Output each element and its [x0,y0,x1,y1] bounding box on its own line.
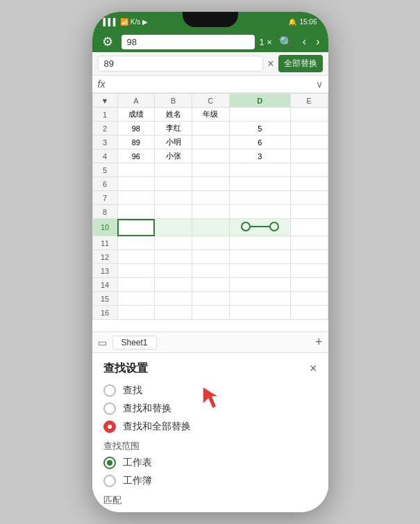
data-label: K/s [131,18,140,26]
cell-C10[interactable] [192,219,229,236]
col-header-B[interactable]: B [155,94,192,108]
cell-C8[interactable] [192,205,229,219]
video-icon: ▶ [142,18,148,26]
cell-A4[interactable]: 96 [117,149,155,163]
cell-C6[interactable] [192,177,229,191]
col-header-C[interactable]: C [192,94,229,108]
cell-D2[interactable]: 5 [229,122,290,136]
row-header-7: 7 [92,191,117,205]
sheet-tab-bar: ▭ Sheet1 + [92,331,328,352]
replace-close-icon[interactable]: × [267,58,274,70]
search-mode-find[interactable]: 查找 [103,384,317,397]
cell-E2[interactable] [290,122,328,136]
cell-E3[interactable] [290,136,328,149]
row-header-4: 4 [92,149,117,163]
cell-D4[interactable]: 3 [229,149,290,163]
search-mode-group: 查找 查找和替换 查找和全部替换 [103,384,317,433]
formula-expand-icon[interactable]: ∨ [316,79,323,90]
add-sheet-button[interactable]: + [315,335,323,350]
row-header-6: 6 [92,177,117,191]
row-header-3: 3 [92,136,117,149]
cell-B8[interactable] [155,205,192,219]
cell-E5[interactable] [290,163,328,177]
col-header-D[interactable]: D [229,94,290,108]
cell-E10[interactable] [290,219,328,236]
cell-A3[interactable]: 89 [117,136,155,149]
cell-B2[interactable]: 李红 [155,122,192,136]
cell-E7[interactable] [290,191,328,205]
panel-title: 查找设置 [103,361,148,376]
sheet-tab-sheet1[interactable]: Sheet1 [112,336,157,350]
table-row: 5 [92,163,328,177]
cell-D7[interactable] [229,191,290,205]
scope-workbook-label: 工作簿 [123,475,152,487]
search-settings-panel: 查找设置 × 查找 查找和替换 查找和全部替换 查找范围 [92,352,328,512]
cell-D5[interactable] [229,163,290,177]
search-icon[interactable]: 🔍 [276,35,296,49]
cell-B3[interactable]: 小明 [155,136,192,149]
app-content: ⚙ 98 1 × 🔍 ‹ › 89 × 全部替换 fx ∨ ▼ A [92,31,328,512]
cell-C7[interactable] [192,191,229,205]
scope-worksheet-label: 工作表 [123,457,152,469]
cell-C5[interactable] [192,163,229,177]
cell-A10[interactable] [117,219,155,236]
cell-B4[interactable]: 小张 [155,149,192,163]
scope-section-label: 查找范围 [103,440,317,452]
cell-D1[interactable] [229,108,290,122]
cell-B6[interactable] [155,177,192,191]
cell-C2[interactable] [192,122,229,136]
cell-D10[interactable] [229,219,290,236]
prev-icon[interactable]: ‹ [300,35,309,48]
cell-E4[interactable] [290,149,328,163]
cell-D3[interactable]: 6 [229,136,290,149]
replace-input[interactable]: 89 [98,56,264,72]
cell-A7[interactable] [117,191,155,205]
col-header-A[interactable]: A [117,94,155,108]
cell-E1[interactable] [290,108,328,122]
cell-C4[interactable] [192,149,229,163]
table-row: 14 [92,278,328,292]
table-row: 15 [92,292,328,306]
cell-C1[interactable]: 年级 [192,108,229,122]
cell-B5[interactable] [155,163,192,177]
row-header-11: 11 [92,236,117,250]
table-row: 2 98 李红 5 [92,122,328,136]
table-row: 13 [92,264,328,278]
row-header-8: 8 [92,205,117,219]
row-header-16: 16 [92,306,117,320]
cell-E6[interactable] [290,177,328,191]
next-icon[interactable]: › [313,35,322,48]
svg-point-2 [270,222,278,231]
svg-point-0 [242,222,250,231]
cell-A5[interactable] [117,163,155,177]
panel-close-button[interactable]: × [310,361,317,376]
cell-A1[interactable]: 成绩 [117,108,155,122]
cell-B7[interactable] [155,191,192,205]
scope-workbook[interactable]: 工作簿 [103,475,317,487]
search-mode-replace[interactable]: 查找和替换 [103,402,317,415]
search-input-display[interactable]: 98 [121,35,255,49]
replace-all-button[interactable]: 全部替换 [278,55,323,72]
cell-A8[interactable] [117,205,155,219]
cell-A6[interactable] [117,177,155,191]
spreadsheet[interactable]: ▼ A B C D E 1 成绩 姓名 年级 [92,93,328,331]
cell-B1[interactable]: 姓名 [155,108,192,122]
cell-C3[interactable] [192,136,229,149]
row-header-1: 1 [92,108,117,122]
phone-frame: ▌▌▌ 📶 K/s ▶ 🔔 15:06 ⚙ 98 1 × 🔍 ‹ › 89 × … [92,12,328,512]
cell-D8[interactable] [229,205,290,219]
radio-workbook-indicator [103,475,116,487]
col-header-E[interactable]: E [290,94,328,108]
row-header-13: 13 [92,264,117,278]
gear-icon[interactable]: ⚙ [98,34,117,49]
row-header-5: 5 [92,163,117,177]
cell-B10[interactable] [155,219,192,236]
cell-E8[interactable] [290,205,328,219]
cell-A2[interactable]: 98 [117,122,155,136]
table-row: 7 [92,191,328,205]
search-mode-replace-all[interactable]: 查找和全部替换 [103,420,317,433]
cell-D6[interactable] [229,177,290,191]
scope-worksheet[interactable]: 工作表 [103,457,317,469]
search-mode-find-label: 查找 [123,384,142,397]
cell-A11[interactable] [117,236,155,250]
